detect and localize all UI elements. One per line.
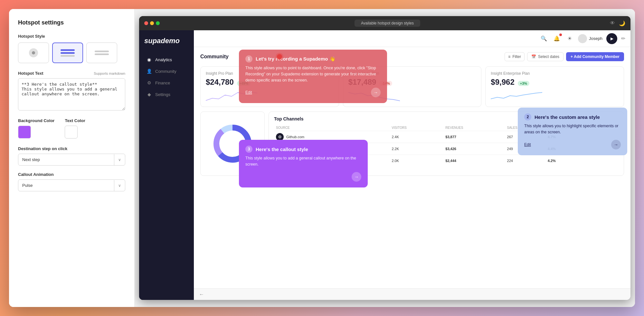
notification-icon-wrap: 🔔 xyxy=(552,34,561,43)
minimal-lines-icon xyxy=(95,51,109,55)
callout-1-text: This style allows you to point to dashbo… xyxy=(245,65,381,83)
line-3 xyxy=(61,55,75,57)
animation-select[interactable]: Pulse ∨ xyxy=(18,179,125,191)
github-label: Github.com xyxy=(286,135,304,139)
moon-icon[interactable]: 🌙 xyxy=(619,20,625,26)
date-label: Select dates xyxy=(538,54,559,59)
traffic-lights xyxy=(144,21,160,25)
twitter-visitors: 2.2K xyxy=(390,143,443,155)
analytics-label: Analytics xyxy=(155,57,172,62)
github-visitors: 2.4K xyxy=(390,131,443,143)
line-2 xyxy=(61,52,75,54)
left-panel: Hotspot settings Hotspot Style xyxy=(9,9,135,307)
avatar-circle xyxy=(578,34,587,43)
callout-1-step: 1 xyxy=(245,55,252,62)
content-title: Community xyxy=(200,54,229,60)
callout-2-footer: → xyxy=(245,172,361,182)
text-color-section: Text Color xyxy=(65,118,85,139)
metric-enterprise-title: Insight Enterprise Plan xyxy=(491,71,619,76)
calendar-icon: 📅 xyxy=(531,54,536,59)
date-picker-button[interactable]: 📅 Select dates xyxy=(527,52,564,61)
theme-icon[interactable]: ☀ xyxy=(565,34,574,43)
col-revenues: REVENUES xyxy=(443,125,505,131)
app-header: 🔍 🔔 ☀ Joseph ▶ ✏ xyxy=(194,30,630,47)
color-row: Background Color Text Color xyxy=(18,118,125,139)
style-option-text[interactable] xyxy=(52,43,83,63)
callout-3-text: This style allows you to highlight speci… xyxy=(524,123,621,135)
play-button[interactable]: ▶ xyxy=(606,33,617,44)
bg-color-swatch[interactable] xyxy=(18,126,31,139)
search-icon[interactable]: 🔍 xyxy=(539,34,548,43)
callout-2-next[interactable]: → xyxy=(352,172,361,182)
notification-badge xyxy=(559,34,562,36)
lines-icon xyxy=(61,49,75,57)
app-body: supademo ◉ Analytics 👤 Community ⚙ Finan… xyxy=(139,30,630,300)
app-sidebar: supademo ◉ Analytics 👤 Community ⚙ Finan… xyxy=(139,30,194,300)
google-sales: 224 xyxy=(505,155,546,167)
destination-chevron[interactable]: ∨ xyxy=(114,154,125,165)
destination-select[interactable]: Next step ∨ xyxy=(18,154,125,166)
text-color-label: Text Color xyxy=(65,118,85,123)
sidebar-item-analytics[interactable]: ◉ Analytics xyxy=(143,54,190,65)
filter-icon: ≡ xyxy=(508,54,510,59)
username-label: Joseph xyxy=(589,36,602,41)
app-footer: ← xyxy=(194,288,630,300)
user-avatar[interactable]: Joseph xyxy=(578,34,602,43)
callout-2-title: 3 Here's the callout style xyxy=(245,146,361,153)
hotspot-style-label: Hotspot Style xyxy=(18,34,125,39)
destination-value: Next step xyxy=(18,154,114,165)
callout-1-edit[interactable]: Edit xyxy=(245,90,252,95)
callout-1-footer: Edit → xyxy=(245,88,381,97)
sidebar-item-settings[interactable]: ◆ Settings xyxy=(143,89,190,100)
right-panel: Available hotspot design styles 👁 🌙 supa… xyxy=(135,9,635,307)
minimal-line-1 xyxy=(95,51,109,52)
hotspot-text-input[interactable]: **3 Here's the callout style** This styl… xyxy=(18,78,125,110)
col-source: SOURCE xyxy=(274,125,390,131)
titlebar-center: Available hotspot design styles xyxy=(165,20,610,27)
content-actions: ≡ Filter 📅 Select dates + Add Community … xyxy=(505,52,624,61)
maximize-button[interactable] xyxy=(156,21,160,25)
metric-enterprise-badge: +3% xyxy=(518,81,529,86)
twitter-revenues: $3,426 xyxy=(443,143,505,155)
github-revenues: $3,877 xyxy=(443,131,505,143)
filter-label: Filter xyxy=(512,54,521,59)
animation-label: Callout Animation xyxy=(18,172,125,177)
sidebar-item-community[interactable]: 👤 Community xyxy=(143,66,190,77)
search-icon-wrap: 🔍 xyxy=(539,34,548,43)
hotspot-style-options xyxy=(18,43,125,63)
callout-1-next[interactable]: → xyxy=(371,88,381,97)
edit-icon[interactable]: ✏ xyxy=(621,35,625,42)
close-button[interactable] xyxy=(144,21,148,25)
callout-1-title-text: Let's try recording a Supademo 👋 xyxy=(256,56,336,62)
metric-enterprise-value: $9,962 xyxy=(491,78,514,87)
settings-label: Settings xyxy=(155,92,170,97)
google-conversion: 4.2% xyxy=(546,155,619,167)
minimal-line-2 xyxy=(95,53,109,55)
hotspot-text-label: Hotspot Text xyxy=(18,71,43,76)
finance-label: Finance xyxy=(155,81,170,85)
app-logo: supademo xyxy=(143,37,190,45)
prev-arrow[interactable]: ← xyxy=(199,292,204,297)
destination-label: Destination step on click xyxy=(18,146,125,151)
titlebar-icons: 👁 🌙 xyxy=(610,20,625,26)
text-color-swatch[interactable] xyxy=(65,126,78,139)
style-option-minimal[interactable] xyxy=(86,43,117,63)
filter-button[interactable]: ≡ Filter xyxy=(505,52,525,61)
callout-3-next[interactable]: → xyxy=(611,140,621,149)
app-window: Available hotspot design styles 👁 🌙 supa… xyxy=(139,16,630,300)
google-visitors: 2.0K xyxy=(390,155,443,167)
callout-3-step: 2 xyxy=(524,113,531,120)
community-icon: 👤 xyxy=(146,68,152,74)
eye-icon[interactable]: 👁 xyxy=(610,20,615,26)
google-revenues: $2,444 xyxy=(443,155,505,167)
animation-chevron[interactable]: ∨ xyxy=(114,180,125,191)
callout-3-edit[interactable]: Edit xyxy=(524,142,531,147)
minimize-button[interactable] xyxy=(150,21,154,25)
app-main: 🔍 🔔 ☀ Joseph ▶ ✏ xyxy=(194,30,630,300)
animation-section: Callout Animation Pulse ∨ xyxy=(18,172,125,191)
circle-icon xyxy=(29,48,38,57)
sidebar-item-finance[interactable]: ⚙ Finance xyxy=(143,77,190,88)
add-member-label: + Add Community Member xyxy=(571,54,620,59)
add-community-member-button[interactable]: + Add Community Member xyxy=(566,52,624,61)
style-option-circle[interactable] xyxy=(18,43,49,63)
